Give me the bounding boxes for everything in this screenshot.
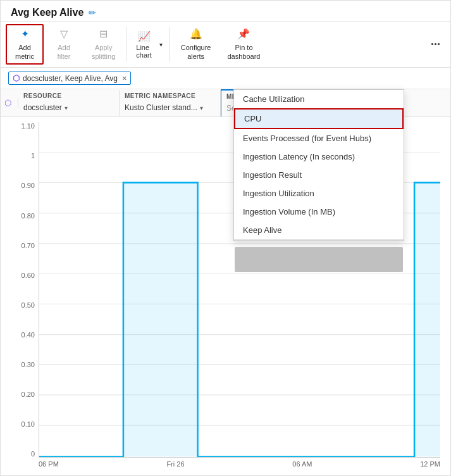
line-chart-icon: 📈 — [138, 30, 151, 42]
apply-splitting-label: Applysplitting — [92, 43, 115, 61]
pin-to-dashboard-button[interactable]: 📌 Pin todashboard — [219, 24, 268, 65]
more-options-button[interactable]: ··· — [426, 24, 445, 65]
resource-dropdown[interactable]: docscluster ▾ — [18, 101, 119, 116]
y-label-0.40: 0.40 — [22, 331, 35, 339]
y-label-0: 0 — [31, 450, 35, 458]
toolbar-divider-2 — [169, 27, 170, 62]
dropdown-item-keep-alive[interactable]: Keep Alive — [234, 221, 404, 241]
y-axis: 1.10 1 0.90 0.80 0.70 0.60 0.50 0.40 0.3… — [11, 122, 39, 458]
resource-column: RESOURCE docscluster ▾ — [18, 90, 120, 116]
y-label-0.80: 0.80 — [22, 212, 35, 220]
apply-splitting-button[interactable]: ⊟ Applysplitting — [84, 24, 123, 65]
tag-text: docscluster, Keep Alive, Avg — [23, 74, 118, 83]
line-chart-label: Linechart — [136, 44, 151, 59]
dropdown-item-ingestion-volume[interactable]: Ingestion Volume (In MB) — [234, 203, 404, 221]
dropdown-item-ingestion-result[interactable]: Ingestion Result — [234, 166, 404, 184]
line-chart-button[interactable]: 📈 Linechart — [131, 24, 156, 65]
x-label-fri26: Fri 26 — [166, 460, 184, 468]
apply-splitting-icon: ⊟ — [99, 28, 108, 41]
namespace-value: Kusto Cluster stand... — [125, 103, 197, 112]
x-label-12pm: 12 PM — [420, 460, 440, 468]
configure-alerts-icon: 🔔 — [190, 28, 202, 41]
y-label-1.10: 1.10 — [22, 122, 35, 130]
dropdown-item-ingestion-latency[interactable]: Ingestion Latency (In seconds) — [234, 147, 404, 166]
add-metric-label: Addmetric — [15, 43, 34, 61]
resource-icon: ⬡ — [4, 98, 11, 108]
y-label-0.50: 0.50 — [22, 301, 35, 309]
y-label-0.90: 0.90 — [22, 182, 35, 189]
dropdown-item-cache[interactable]: Cache Utilization — [234, 90, 404, 108]
x-label-06am: 06 AM — [292, 460, 312, 468]
x-label-06pm: 06 PM — [39, 460, 59, 468]
resource-label: RESOURCE — [18, 90, 119, 101]
dropdown-item-events[interactable]: Events Processed (for Event Hubs) — [234, 129, 404, 147]
line-chart-dropdown[interactable]: ▾ — [157, 24, 165, 65]
pin-to-dashboard-icon: 📌 — [237, 28, 250, 41]
tag-close-button[interactable]: × — [122, 73, 127, 83]
dropdown-item-cpu[interactable]: CPU — [234, 108, 404, 129]
page-title: Avg Keep Alive — [11, 7, 83, 18]
add-metric-button[interactable]: ✦ Addmetric — [6, 24, 44, 65]
edit-icon[interactable]: ✏ — [89, 8, 96, 18]
y-label-0.60: 0.60 — [22, 272, 35, 279]
y-label-1: 1 — [31, 152, 35, 160]
add-filter-button[interactable]: ▽ Addfilter — [45, 24, 83, 65]
resource-value: docscluster — [23, 103, 62, 112]
y-label-0.30: 0.30 — [22, 361, 35, 368]
y-label-0.70: 0.70 — [22, 242, 35, 249]
resource-arrow: ▾ — [65, 104, 68, 111]
dropdown-item-ingestion-utilization[interactable]: Ingestion Utilization — [234, 184, 404, 203]
namespace-arrow: ▾ — [200, 104, 203, 111]
metric-tag: ⬡ docscluster, Keep Alive, Avg × — [8, 72, 131, 85]
tag-row: ⬡ docscluster, Keep Alive, Avg × — [1, 68, 450, 89]
add-filter-label: Addfilter — [58, 43, 71, 61]
toolbar: ✦ Addmetric ▽ Addfilter ⊟ Applysplitting… — [1, 22, 450, 68]
tag-icon: ⬡ — [13, 73, 20, 83]
metric-dropdown-list: Cache Utilization CPU Events Processed (… — [233, 89, 404, 241]
namespace-dropdown[interactable]: Kusto Cluster stand... ▾ — [120, 101, 220, 116]
line-chart-group: 📈 Linechart ▾ — [131, 24, 164, 65]
selectors-section: ⬡ RESOURCE docscluster ▾ METRIC NAMESPAC… — [1, 89, 450, 117]
add-filter-icon: ▽ — [60, 28, 68, 41]
configure-alerts-button[interactable]: 🔔 Configurealerts — [173, 24, 219, 65]
toolbar-divider-1 — [127, 27, 127, 62]
x-axis: 06 PM Fri 26 06 AM 12 PM — [39, 458, 440, 475]
y-label-0.20: 0.20 — [22, 391, 35, 398]
namespace-label: METRIC NAMESPACE — [120, 90, 220, 101]
configure-alerts-label: Configurealerts — [181, 43, 211, 61]
y-label-0.10: 0.10 — [22, 420, 35, 428]
namespace-column: METRIC NAMESPACE Kusto Cluster stand... … — [120, 90, 221, 116]
scrollbar-thumb — [235, 247, 403, 272]
pin-to-dashboard-label: Pin todashboard — [227, 43, 260, 61]
add-metric-icon: ✦ — [21, 28, 29, 41]
